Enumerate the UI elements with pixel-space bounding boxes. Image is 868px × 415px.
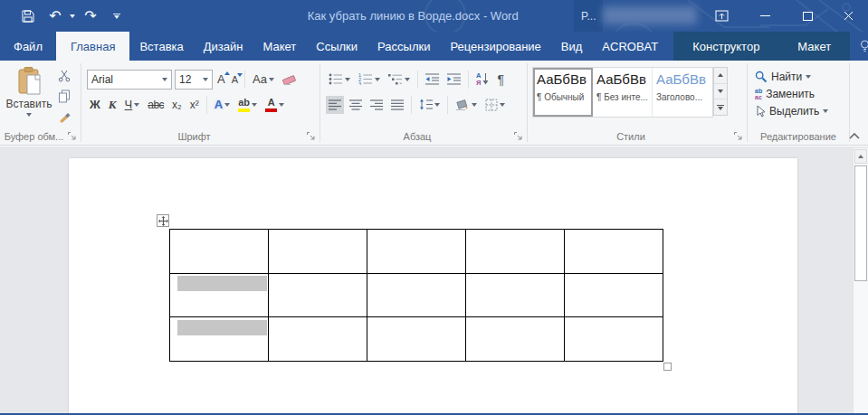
scrollbar-thumb[interactable] bbox=[854, 165, 867, 281]
change-case-label: Aa bbox=[253, 72, 267, 86]
tab-design[interactable]: Дизайн bbox=[194, 32, 253, 61]
tab-mailings[interactable]: Рассылки bbox=[367, 32, 440, 61]
minimize-button[interactable] bbox=[751, 0, 778, 32]
down-triangle-icon bbox=[718, 107, 723, 110]
table-cell[interactable] bbox=[367, 273, 466, 317]
tab-file[interactable]: Файл bbox=[0, 32, 56, 61]
group-label-styles: Стили bbox=[528, 131, 734, 142]
tab-view[interactable]: Вид bbox=[551, 32, 593, 61]
multilevel-list-button[interactable] bbox=[386, 71, 413, 89]
table-cell[interactable] bbox=[367, 230, 466, 274]
maximize-button[interactable] bbox=[794, 0, 821, 32]
dropdown-caret-icon bbox=[472, 103, 477, 107]
dropdown-caret-icon bbox=[162, 78, 167, 81]
align-center-button[interactable] bbox=[347, 96, 365, 114]
font-name-combobox[interactable]: Arial bbox=[87, 70, 172, 90]
undo-button[interactable]: ↶ bbox=[43, 9, 67, 24]
customize-qat-button[interactable] bbox=[103, 14, 130, 19]
line-spacing-button[interactable] bbox=[416, 96, 443, 114]
numbering-button[interactable]: 123 bbox=[356, 71, 383, 89]
style-no-spacing[interactable]: АаБбВв ¶ Без инте... bbox=[593, 68, 653, 117]
window-title: Как убрать линию в Ворде.docx - Word bbox=[308, 0, 519, 32]
tab-insert[interactable]: Вставка bbox=[129, 32, 193, 61]
select-button[interactable]: Выделить bbox=[755, 103, 828, 118]
style-normal[interactable]: АаБбВв ¶ Обычный bbox=[533, 68, 593, 117]
borders-button[interactable] bbox=[482, 96, 508, 114]
table-cell[interactable] bbox=[367, 317, 466, 362]
strikethrough-button[interactable]: abc bbox=[145, 96, 167, 114]
bullets-button[interactable] bbox=[326, 71, 353, 89]
clipboard-dialog-launcher[interactable] bbox=[67, 131, 77, 141]
redo-button[interactable]: ↷ bbox=[78, 9, 103, 24]
justify-button[interactable] bbox=[388, 96, 406, 114]
ribbon-display-options-button[interactable] bbox=[708, 0, 735, 32]
paragraph-dialog-launcher[interactable] bbox=[513, 131, 523, 141]
font-color-button[interactable]: А bbox=[262, 96, 287, 114]
user-account-label[interactable]: P... bbox=[574, 0, 603, 32]
styles-scroll-down-button[interactable] bbox=[714, 84, 727, 100]
bold-button[interactable]: Ж bbox=[87, 96, 103, 114]
dropdown-caret-icon bbox=[269, 78, 274, 81]
undo-dropdown[interactable] bbox=[67, 14, 78, 18]
text-highlight-button[interactable]: ab bbox=[235, 96, 260, 114]
italic-button[interactable]: К bbox=[106, 96, 119, 114]
save-button[interactable] bbox=[13, 10, 43, 23]
styles-more-button[interactable] bbox=[714, 99, 727, 115]
table-resize-handle[interactable] bbox=[663, 363, 672, 371]
tab-home[interactable]: Главная bbox=[56, 32, 129, 61]
table-cell[interactable] bbox=[170, 230, 269, 274]
copy-button[interactable] bbox=[55, 89, 73, 103]
table-cell[interactable] bbox=[565, 273, 663, 317]
format-painter-button[interactable] bbox=[55, 108, 73, 123]
table-cell[interactable] bbox=[466, 230, 565, 274]
align-right-button[interactable] bbox=[367, 96, 386, 114]
cut-button[interactable] bbox=[55, 69, 73, 83]
clear-formatting-button[interactable] bbox=[280, 71, 300, 89]
highlight-letters: ab bbox=[238, 98, 250, 108]
document-page[interactable] bbox=[69, 158, 797, 413]
align-left-button[interactable] bbox=[326, 96, 344, 114]
document-area[interactable] bbox=[0, 146, 868, 413]
decrease-indent-button[interactable] bbox=[423, 71, 442, 89]
font-dialog-launcher[interactable] bbox=[306, 131, 316, 141]
table-cell[interactable] bbox=[269, 230, 367, 274]
font-size-combobox[interactable]: 12 bbox=[175, 70, 213, 90]
tab-layout[interactable]: Макет bbox=[253, 32, 306, 61]
tab-references[interactable]: Ссылки bbox=[306, 32, 367, 61]
sort-button[interactable]: А Я bbox=[473, 71, 491, 89]
tell-me-assistant[interactable]: Помощн bbox=[850, 32, 868, 61]
style-heading-1[interactable]: АаБбВв Заголово... bbox=[653, 68, 712, 117]
close-button[interactable] bbox=[835, 0, 862, 32]
styles-scroll-up-button[interactable] bbox=[714, 68, 727, 84]
show-paragraph-marks-button[interactable]: ¶ bbox=[494, 71, 507, 89]
shading-button[interactable] bbox=[453, 96, 480, 114]
table-move-handle[interactable] bbox=[157, 214, 169, 227]
table-cell[interactable] bbox=[466, 273, 565, 317]
grow-font-button[interactable]: А bbox=[215, 71, 227, 89]
underline-button[interactable]: Ч bbox=[122, 96, 143, 114]
tab-acrobat[interactable]: ACROBAT bbox=[592, 32, 668, 61]
table-cell[interactable] bbox=[269, 317, 367, 362]
tab-review[interactable]: Рецензирование bbox=[440, 32, 550, 61]
dialog-launcher-icon bbox=[513, 131, 523, 141]
superscript-button[interactable]: x² bbox=[187, 96, 202, 114]
subscript-button[interactable]: x₂ bbox=[169, 96, 185, 114]
vertical-scrollbar[interactable] bbox=[853, 148, 868, 413]
replace-button[interactable]: ab ac Заменить bbox=[755, 86, 815, 101]
table-cell[interactable] bbox=[565, 230, 663, 274]
document-table[interactable] bbox=[169, 229, 663, 362]
scroll-up-button[interactable] bbox=[854, 149, 867, 164]
table-cell[interactable] bbox=[565, 317, 663, 362]
table-cell[interactable] bbox=[466, 317, 565, 362]
change-case-button[interactable]: Aa bbox=[250, 71, 277, 89]
tab-table-layout[interactable]: Макет bbox=[778, 32, 850, 61]
styles-dialog-launcher[interactable] bbox=[733, 131, 743, 141]
tab-table-design[interactable]: Конструктор bbox=[673, 32, 778, 61]
increase-indent-button[interactable] bbox=[444, 71, 463, 89]
find-button[interactable]: Найти bbox=[755, 69, 811, 84]
text-effects-button[interactable]: А bbox=[212, 96, 233, 114]
paste-button[interactable]: Вставить bbox=[5, 67, 52, 136]
table-cell[interactable] bbox=[269, 273, 367, 317]
shrink-font-button[interactable]: А bbox=[230, 71, 240, 89]
collapse-ribbon-button[interactable] bbox=[849, 133, 860, 139]
